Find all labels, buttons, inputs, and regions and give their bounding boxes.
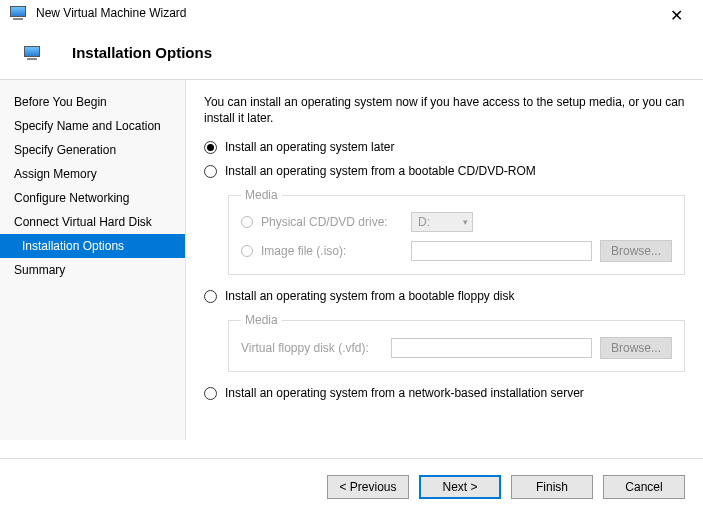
page-title: Installation Options bbox=[72, 44, 212, 61]
sidebar-item-connect-hard-disk[interactable]: Connect Virtual Hard Disk bbox=[0, 210, 185, 234]
option-label: Install an operating system from a boota… bbox=[225, 164, 536, 178]
sidebar-item-summary[interactable]: Summary bbox=[0, 258, 185, 282]
cancel-button[interactable]: Cancel bbox=[603, 475, 685, 499]
floppy-browse-button: Browse... bbox=[600, 337, 672, 359]
cd-image-label: Image file (.iso): bbox=[261, 244, 411, 258]
floppy-label: Virtual floppy disk (.vfd): bbox=[241, 341, 391, 355]
cd-image-input bbox=[411, 241, 592, 261]
cd-browse-button: Browse... bbox=[600, 240, 672, 262]
radio-icon bbox=[241, 216, 253, 228]
vm-header-icon bbox=[24, 46, 42, 60]
wizard-body: Before You Begin Specify Name and Locati… bbox=[0, 80, 703, 440]
cd-physical-label: Physical CD/DVD drive: bbox=[261, 215, 411, 229]
wizard-footer: < Previous Next > Finish Cancel bbox=[0, 458, 703, 515]
cd-drive-select: D: ▾ bbox=[411, 212, 473, 232]
option-label: Install an operating system later bbox=[225, 140, 394, 154]
floppy-media-group: Media Virtual floppy disk (.vfd): Browse… bbox=[228, 313, 685, 372]
window-title: New Virtual Machine Wizard bbox=[36, 6, 187, 20]
floppy-row: Virtual floppy disk (.vfd): Browse... bbox=[241, 337, 672, 359]
option-install-later[interactable]: Install an operating system later bbox=[204, 140, 685, 154]
sidebar-item-label: Installation Options bbox=[22, 239, 124, 253]
sidebar-item-specify-generation[interactable]: Specify Generation bbox=[0, 138, 185, 162]
sidebar-item-label: Specify Generation bbox=[14, 143, 116, 157]
radio-icon bbox=[204, 165, 217, 178]
sidebar-item-label: Assign Memory bbox=[14, 167, 97, 181]
finish-button[interactable]: Finish bbox=[511, 475, 593, 499]
wizard-content: You can install an operating system now … bbox=[186, 80, 703, 440]
option-label: Install an operating system from a netwo… bbox=[225, 386, 584, 400]
sidebar-item-label: Summary bbox=[14, 263, 65, 277]
radio-icon bbox=[204, 290, 217, 303]
sidebar-item-before-you-begin[interactable]: Before You Begin bbox=[0, 90, 185, 114]
radio-icon bbox=[204, 141, 217, 154]
cd-image-row: Image file (.iso): Browse... bbox=[241, 240, 672, 262]
sidebar-item-label: Before You Begin bbox=[14, 95, 107, 109]
option-install-floppy[interactable]: Install an operating system from a boota… bbox=[204, 289, 685, 303]
wizard-sidebar: Before You Begin Specify Name and Locati… bbox=[0, 80, 186, 440]
page-header: Installation Options bbox=[0, 26, 703, 79]
cd-physical-row: Physical CD/DVD drive: D: ▾ bbox=[241, 212, 672, 232]
option-label: Install an operating system from a boota… bbox=[225, 289, 515, 303]
previous-button[interactable]: < Previous bbox=[327, 475, 409, 499]
titlebar: New Virtual Machine Wizard ✕ bbox=[0, 0, 703, 26]
sidebar-item-label: Connect Virtual Hard Disk bbox=[14, 215, 152, 229]
option-install-cd[interactable]: Install an operating system from a boota… bbox=[204, 164, 685, 178]
next-button[interactable]: Next > bbox=[419, 475, 501, 499]
option-install-network[interactable]: Install an operating system from a netwo… bbox=[204, 386, 685, 400]
sidebar-item-label: Specify Name and Location bbox=[14, 119, 161, 133]
close-button[interactable]: ✕ bbox=[662, 4, 691, 27]
sidebar-item-label: Configure Networking bbox=[14, 191, 129, 205]
media-legend: Media bbox=[241, 188, 282, 202]
sidebar-item-installation-options[interactable]: Installation Options bbox=[0, 234, 185, 258]
floppy-input bbox=[391, 338, 592, 358]
intro-text: You can install an operating system now … bbox=[204, 94, 685, 126]
radio-icon bbox=[241, 245, 253, 257]
sidebar-item-specify-name[interactable]: Specify Name and Location bbox=[0, 114, 185, 138]
sidebar-item-configure-networking[interactable]: Configure Networking bbox=[0, 186, 185, 210]
sidebar-item-assign-memory[interactable]: Assign Memory bbox=[0, 162, 185, 186]
media-legend: Media bbox=[241, 313, 282, 327]
vm-wizard-icon bbox=[10, 6, 28, 20]
chevron-down-icon: ▾ bbox=[463, 217, 468, 227]
cd-drive-value: D: bbox=[418, 215, 430, 229]
cd-media-group: Media Physical CD/DVD drive: D: ▾ Image … bbox=[228, 188, 685, 275]
radio-icon bbox=[204, 387, 217, 400]
